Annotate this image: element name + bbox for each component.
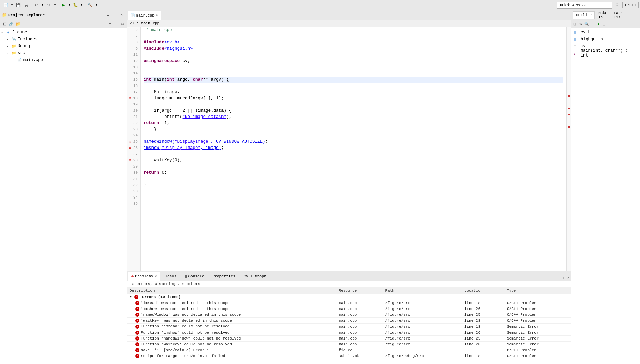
error-row-1[interactable]: ✕'imshow' was not declared in this scope… bbox=[127, 306, 571, 312]
ln-35: 35 bbox=[128, 201, 139, 207]
err-desc-4: ✕Function 'imread' could not be resolved bbox=[127, 324, 336, 330]
debug-dropdown[interactable]: ▾ bbox=[80, 1, 84, 9]
tree-arrow-includes: ▸ bbox=[7, 38, 11, 41]
new-dropdown[interactable]: ▾ bbox=[10, 1, 14, 9]
error-row-9[interactable]: ✕recipe for target 'src/main.o' failed s… bbox=[127, 353, 571, 359]
tab-make-ta[interactable]: Make Ta bbox=[595, 11, 610, 19]
error-marker-28: ⊗ bbox=[129, 157, 131, 163]
undo-btn[interactable]: ↩ bbox=[32, 1, 40, 9]
outline-collapse-btn[interactable]: ⊟ bbox=[572, 21, 578, 27]
ln-19: 19 bbox=[128, 101, 139, 108]
ln-28: ⊗ 28 bbox=[128, 157, 139, 163]
pe-max-btn[interactable]: □ bbox=[120, 21, 125, 27]
save-btn[interactable]: 💾 bbox=[14, 1, 22, 9]
error-row-6[interactable]: ✕Function 'namedWindow' could not be res… bbox=[127, 335, 571, 341]
project-explorer-content: ▸ ◈ figure ▸ 📎 Includes ▸ 📁 Debug ▾ bbox=[0, 28, 127, 364]
err-res-7: main.cpp bbox=[336, 341, 383, 347]
outline-hide-btn[interactable]: ☰ bbox=[590, 21, 595, 27]
outline-label-cvh: cv.h bbox=[581, 30, 591, 35]
code-line-31 bbox=[144, 176, 563, 182]
header-icon-cvh: ▤ bbox=[574, 30, 580, 34]
outline-minimize-btn[interactable]: — bbox=[628, 12, 633, 18]
tab-call-graph[interactable]: Call Graph bbox=[240, 272, 270, 281]
code-content[interactable]: * main.cpp #include <cv.h> #include <hig… bbox=[141, 27, 566, 271]
tree-item-debug[interactable]: ▸ 📁 Debug bbox=[0, 43, 127, 50]
col-path: Path bbox=[382, 287, 461, 294]
outline-filter-btn[interactable]: 🔍 bbox=[584, 21, 589, 27]
outline-item-highgui[interactable]: ▤ highgui.h bbox=[571, 36, 640, 43]
quick-access-box[interactable]: Quick Access bbox=[557, 2, 612, 9]
outline-green-btn[interactable]: ● bbox=[595, 21, 601, 27]
err-loc-8 bbox=[462, 347, 504, 353]
outline-maximize-btn[interactable]: □ bbox=[633, 12, 639, 18]
collapse-all-btn[interactable]: ⊟ bbox=[1, 21, 8, 27]
ln-20: 20 bbox=[128, 108, 139, 114]
new-btn[interactable]: 📄 bbox=[2, 1, 10, 9]
err-path-5: /figure/src bbox=[382, 330, 461, 335]
undo-dropdown[interactable]: ▾ bbox=[40, 1, 45, 9]
tab-outline[interactable]: Outline bbox=[573, 11, 595, 19]
print-btn[interactable]: 🖨 bbox=[22, 1, 30, 9]
tab-close-btn[interactable]: × bbox=[156, 13, 158, 17]
editor-tab-main-cpp[interactable]: 📄 main.cpp × bbox=[128, 11, 161, 20]
problems-minimize-btn[interactable]: — bbox=[554, 275, 559, 281]
problems-tab-close[interactable]: × bbox=[155, 274, 157, 279]
err-loc-2: line 25 bbox=[462, 312, 504, 318]
new-folder-btn[interactable]: 📂 bbox=[15, 21, 21, 27]
error-row-0[interactable]: ✕'imread' was not declared in this scope… bbox=[127, 300, 571, 306]
problems-maximize-btn[interactable]: □ bbox=[560, 275, 565, 281]
toolbar-settings-btn[interactable]: ⚙ bbox=[613, 1, 620, 9]
debug-btn[interactable]: 🐛 bbox=[72, 1, 79, 9]
code-line-11 bbox=[144, 52, 563, 58]
error-group-row[interactable]: ▾ ✕ Errors (10 items) bbox=[127, 294, 571, 300]
redo-btn[interactable]: ↪ bbox=[45, 1, 52, 9]
outline-item-cvh[interactable]: ▤ cv.h bbox=[571, 29, 640, 36]
error-row-7[interactable]: ✕Function 'waitKey' could not be resolve… bbox=[127, 341, 571, 347]
pe-menu-btn[interactable]: ▼ bbox=[107, 21, 113, 27]
tab-console-label: Console bbox=[188, 274, 204, 279]
gutter-mark-26 bbox=[568, 114, 570, 115]
outline-grid-btn[interactable]: ⊞ bbox=[601, 21, 607, 27]
redo-dropdown[interactable]: ▾ bbox=[53, 1, 57, 9]
maximize-btn[interactable]: □ bbox=[112, 12, 118, 18]
outline-item-main[interactable]: ƒ main(int, char**) : int bbox=[571, 50, 640, 57]
run-dropdown[interactable]: ▾ bbox=[67, 1, 71, 9]
problems-close-btn[interactable]: × bbox=[565, 275, 571, 281]
ln-24: 24 bbox=[128, 132, 139, 139]
err-res-5: main.cpp bbox=[336, 330, 383, 335]
error-marker-26: ⊗ bbox=[129, 145, 131, 151]
tab-properties[interactable]: Properties bbox=[209, 272, 239, 281]
run-btn[interactable]: ▶ bbox=[59, 1, 67, 9]
tree-item-figure[interactable]: ▸ ◈ figure bbox=[0, 29, 127, 36]
err-loc-4: line 18 bbox=[462, 324, 504, 330]
error-row-2[interactable]: ✕'namedWindow' was not declared in this … bbox=[127, 312, 571, 318]
tree-item-main-cpp[interactable]: 📄 main.cpp bbox=[0, 57, 127, 63]
error-row-3[interactable]: ✕'waitKey' was not declared in this scop… bbox=[127, 318, 571, 324]
err-icon-1: ✕ bbox=[135, 307, 139, 311]
build-btn[interactable]: 🔨 bbox=[86, 1, 94, 9]
ln-34: 34 bbox=[128, 194, 139, 201]
tree-item-src[interactable]: ▾ 📁 src bbox=[0, 50, 127, 57]
error-row-5[interactable]: ✕Function 'imshow' could not be resolved… bbox=[127, 330, 571, 335]
tab-tasks[interactable]: Tasks bbox=[161, 272, 180, 281]
link-with-editor-btn[interactable]: 🔗 bbox=[8, 21, 14, 27]
tab-make-ta-label: Make Ta bbox=[598, 11, 608, 19]
tab-task-lis[interactable]: Task Lis bbox=[611, 11, 627, 19]
build-dropdown[interactable]: ▾ bbox=[94, 1, 98, 9]
ln-14: 14 bbox=[128, 70, 139, 77]
tree-item-includes[interactable]: ▸ 📎 Includes bbox=[0, 36, 127, 43]
gutter-mark-28 bbox=[568, 126, 570, 128]
minimize-btn[interactable]: ▬ bbox=[105, 12, 111, 18]
pe-min-btn[interactable]: — bbox=[114, 21, 119, 27]
outline-sort-btn[interactable]: ⇅ bbox=[578, 21, 583, 27]
tree-arrow-figure: ▸ bbox=[1, 31, 6, 34]
problems-table: Description Resource Path Location Type … bbox=[127, 287, 571, 364]
err-res-3: main.cpp bbox=[336, 318, 383, 324]
code-editor[interactable]: 2 7 8 9 11 12 13 14 15 16 17 ⊗ 18 19 bbox=[127, 27, 571, 271]
tab-problems[interactable]: ⊗ Problems × bbox=[128, 272, 160, 281]
tab-console[interactable]: ▤ Console bbox=[181, 272, 208, 281]
cpp-perspective-btn[interactable]: C/C++ bbox=[622, 2, 639, 8]
close-panel-btn[interactable]: × bbox=[119, 12, 125, 18]
error-row-8[interactable]: ✕make: *** [src/main.o] Error 1 figure C… bbox=[127, 347, 571, 353]
error-row-4[interactable]: ✕Function 'imread' could not be resolved… bbox=[127, 324, 571, 330]
